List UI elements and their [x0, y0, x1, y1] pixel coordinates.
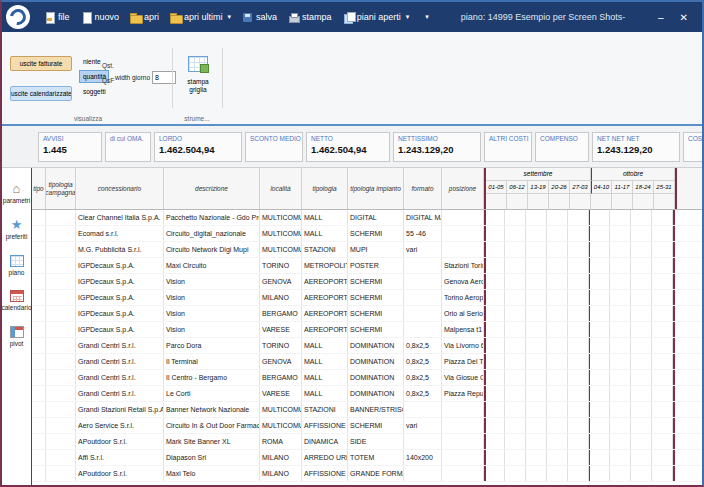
column-header-concessionario[interactable]: concessionario [76, 168, 164, 209]
calendar-cell[interactable] [610, 418, 631, 433]
calendar-cell[interactable] [484, 386, 505, 401]
table-row[interactable]: Clear Channel Italia S.p.A.Pacchetto Naz… [32, 210, 702, 226]
calendar-cell[interactable] [631, 258, 652, 273]
calendar-cell[interactable] [547, 402, 568, 417]
week-header[interactable]: 18-24 [633, 181, 654, 194]
calendar-cell[interactable] [505, 226, 526, 241]
calendar-cell[interactable] [547, 322, 568, 337]
calendar-cell[interactable] [505, 466, 526, 481]
sidebar-item-preferiti[interactable]: ★ preferiti [2, 218, 32, 240]
calendar-cell[interactable] [526, 354, 547, 369]
week-header[interactable]: 01-05 [486, 181, 507, 194]
calendar-cell[interactable] [652, 274, 673, 289]
calendar-cell[interactable] [484, 210, 505, 225]
calendar-cell[interactable] [505, 322, 526, 337]
calendar-cell[interactable] [526, 402, 547, 417]
calendar-cell[interactable] [589, 290, 610, 305]
menu-nuovo[interactable]: nuovo [76, 6, 125, 28]
calendar-cell[interactable] [589, 386, 610, 401]
calendar-cell[interactable] [589, 242, 610, 257]
calendar-cell[interactable] [526, 338, 547, 353]
stampa-griglia-button[interactable]: stampa griglia [178, 56, 218, 94]
calendar-cell[interactable] [505, 354, 526, 369]
calendar-cell[interactable] [505, 290, 526, 305]
calendar-cell[interactable] [610, 226, 631, 241]
calendar-cell[interactable] [610, 434, 631, 449]
week-header[interactable]: 25-31 [654, 181, 675, 194]
column-header-descrizione[interactable]: descrizione [164, 168, 260, 209]
calendar-cell[interactable] [526, 434, 547, 449]
calendar-cell[interactable] [589, 226, 610, 241]
calendar-cell[interactable] [631, 466, 652, 481]
calendar-cell[interactable] [610, 210, 631, 225]
calendar-cell[interactable] [547, 290, 568, 305]
calendar-cell[interactable] [568, 434, 589, 449]
calendar-cell[interactable] [547, 386, 568, 401]
calendar-cell[interactable] [631, 242, 652, 257]
calendar-cell[interactable] [568, 370, 589, 385]
close-button[interactable]: ✕ [680, 12, 688, 23]
week-header[interactable]: 27-03 [570, 181, 591, 194]
uscite-fatturate-button[interactable]: uscite fatturate [10, 56, 72, 71]
calendar-cell[interactable] [505, 370, 526, 385]
calendar-cell[interactable] [652, 434, 673, 449]
calendar-cell[interactable] [547, 226, 568, 241]
calendar-cell[interactable] [505, 242, 526, 257]
calendar-cell[interactable] [631, 210, 652, 225]
calendar-cell[interactable] [526, 386, 547, 401]
calendar-cell[interactable] [484, 370, 505, 385]
calendar-cell[interactable] [568, 290, 589, 305]
table-row[interactable]: IGPDecaux S.p.A.VisionMILANOAEREOPORTISC… [32, 290, 702, 306]
calendar-cell[interactable] [526, 274, 547, 289]
calendar-cell[interactable] [484, 242, 505, 257]
table-row[interactable]: IGPDecaux S.p.A.VisionVARESEAEREOPORTISC… [32, 322, 702, 338]
calendar-cell[interactable] [589, 370, 610, 385]
menu-stampa[interactable]: stampa [283, 6, 337, 28]
calendar-cell[interactable] [610, 242, 631, 257]
calendar-cell[interactable] [610, 386, 631, 401]
calendar-cell[interactable] [610, 290, 631, 305]
calendar-cell[interactable] [547, 370, 568, 385]
calendar-cell[interactable] [526, 242, 547, 257]
calendar-cell[interactable] [484, 258, 505, 273]
calendar-cell[interactable] [547, 466, 568, 481]
table-row[interactable]: Grandi Centri S.r.l.Parco DoraTORINOMALL… [32, 338, 702, 354]
column-header-tipologia[interactable]: tipologia [302, 168, 348, 209]
calendar-cell[interactable] [505, 402, 526, 417]
calendar-cell[interactable] [484, 306, 505, 321]
calendar-cell[interactable] [526, 226, 547, 241]
sidebar-item-parametri[interactable]: ⌂ parametri [2, 182, 32, 204]
menu-apri[interactable]: apri [125, 6, 164, 28]
calendar-cell[interactable] [610, 466, 631, 481]
calendar-cell[interactable] [652, 242, 673, 257]
calendar-cell[interactable] [505, 386, 526, 401]
table-row[interactable]: IGPDecaux S.p.A.Maxi CircuitoTORINOMETRO… [32, 258, 702, 274]
calendar-cell[interactable] [589, 306, 610, 321]
calendar-cell[interactable] [568, 354, 589, 369]
week-header[interactable]: 11-17 [612, 181, 633, 194]
table-row[interactable]: APoutdoor S.r.l.Maxi TeloMILANOAFFISSION… [32, 466, 702, 482]
calendar-cell[interactable] [652, 386, 673, 401]
calendar-cell[interactable] [547, 258, 568, 273]
column-header-tipo[interactable]: tipo [32, 168, 46, 209]
table-row[interactable]: Aero Service S.r.l.Circuito In & Out Doo… [32, 418, 702, 434]
calendar-cell[interactable] [505, 258, 526, 273]
calendar-cell[interactable] [610, 354, 631, 369]
calendar-cell[interactable] [652, 450, 673, 465]
calendar-cell[interactable] [652, 210, 673, 225]
calendar-cell[interactable] [568, 418, 589, 433]
calendar-cell[interactable] [526, 290, 547, 305]
menu-apri-ultimi[interactable]: apri ultimi [165, 6, 236, 28]
calendar-cell[interactable] [589, 354, 610, 369]
sidebar-item-piano[interactable]: piano [2, 255, 32, 276]
calendar-cell[interactable] [568, 306, 589, 321]
calendar-cell[interactable] [652, 258, 673, 273]
calendar-cell[interactable] [547, 242, 568, 257]
column-header-localita[interactable]: località [260, 168, 302, 209]
table-row[interactable]: M.G. Pubblicità S.r.l.Circuito Network D… [32, 242, 702, 258]
calendar-cell[interactable] [526, 370, 547, 385]
calendar-cell[interactable] [526, 258, 547, 273]
calendar-cell[interactable] [526, 306, 547, 321]
table-row[interactable]: Grandi Stazioni Retail S.p.A.Banner Netw… [32, 402, 702, 418]
calendar-cell[interactable] [652, 290, 673, 305]
